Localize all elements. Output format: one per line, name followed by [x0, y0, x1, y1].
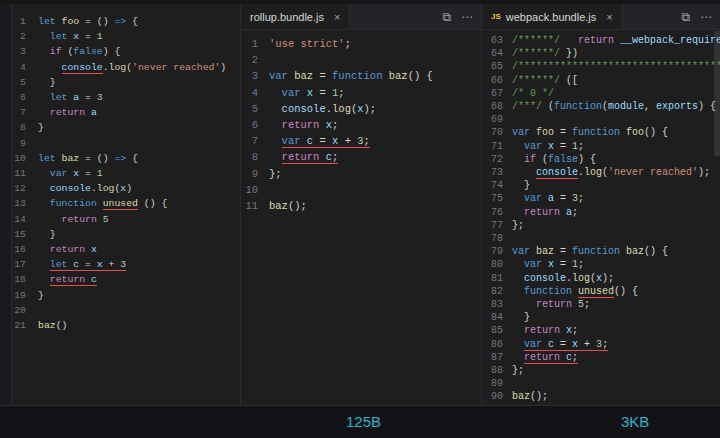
code-line[interactable]: 21baz(): [12, 318, 240, 333]
code-line[interactable]: 13 function unused () {: [12, 196, 240, 211]
code-line[interactable]: 67/* 0 */: [482, 87, 720, 100]
code-line[interactable]: 81 console.log(x);: [482, 272, 720, 285]
line-number: 66: [482, 74, 512, 87]
code-line[interactable]: 86 var c = x + 3;: [482, 338, 720, 351]
code-line[interactable]: 78: [482, 232, 720, 245]
code-line[interactable]: 83 return 5;: [482, 298, 720, 311]
line-number: 88: [482, 364, 512, 377]
line-number: 9: [12, 136, 38, 151]
line-number: 8: [12, 120, 38, 135]
code-line[interactable]: 20: [12, 303, 240, 318]
code-text: baz(): [38, 318, 67, 333]
more-actions-icon[interactable]: ⋯: [461, 10, 473, 24]
code-editor-source[interactable]: 1let foo = () => {2 let x = 13 if (false…: [12, 4, 240, 405]
code-line[interactable]: 87 return c;: [482, 351, 720, 364]
code-line[interactable]: 2: [241, 52, 481, 68]
code-line[interactable]: 71 var x = 1;: [482, 140, 720, 153]
code-line[interactable]: 7 return a: [12, 105, 240, 120]
code-line[interactable]: 10let baz = () => {: [12, 151, 240, 166]
code-line[interactable]: 7 var c = x + 3;: [241, 133, 481, 149]
code-line[interactable]: 9: [12, 136, 240, 151]
code-line[interactable]: 66/******/ ([: [482, 74, 720, 87]
code-editor-rollup[interactable]: 1'use strict';23var baz = function baz()…: [241, 30, 481, 405]
code-line[interactable]: 11baz();: [241, 198, 481, 214]
code-line[interactable]: 14 return 5: [12, 212, 240, 227]
code-line[interactable]: 19}: [12, 288, 240, 303]
line-number: 4: [241, 85, 269, 101]
more-actions-icon[interactable]: ⋯: [700, 10, 712, 24]
code-text: if (false) {: [38, 44, 120, 59]
code-line[interactable]: 90baz();: [482, 390, 720, 403]
close-icon[interactable]: ×: [606, 11, 612, 23]
code-line[interactable]: 8}: [12, 120, 240, 135]
code-line[interactable]: 2 let x = 1: [12, 29, 240, 44]
line-number: 71: [482, 140, 512, 153]
code-line[interactable]: 77};: [482, 219, 720, 232]
code-line[interactable]: 18 return c: [12, 272, 240, 287]
code-line[interactable]: 63/******/ return __webpack_require__(0)…: [482, 34, 720, 47]
tab-bar-webpack: JS webpack.bundle.js × ⧉ ⋯: [482, 4, 720, 30]
line-number: 82: [482, 285, 512, 298]
code-line[interactable]: 4 console.log('never reached'): [12, 60, 240, 75]
code-line[interactable]: 72 if (false) {: [482, 153, 720, 166]
code-editor-webpack[interactable]: 63/******/ return __webpack_require__(0)…: [482, 30, 720, 405]
code-line[interactable]: 73 console.log('never reached');: [482, 166, 720, 179]
split-editor-icon[interactable]: ⧉: [442, 10, 451, 24]
code-line[interactable]: 84 }: [482, 311, 720, 324]
line-number: 67: [482, 87, 512, 100]
code-line[interactable]: 16 return x: [12, 242, 240, 257]
code-line[interactable]: 8 return c;: [241, 149, 481, 165]
code-line[interactable]: 68/***/ (function(module, exports) {: [482, 100, 720, 113]
code-line[interactable]: 12 console.log(x): [12, 181, 240, 196]
code-line[interactable]: 3 if (false) {: [12, 44, 240, 59]
code-line[interactable]: 1'use strict';: [241, 36, 481, 52]
code-line[interactable]: 69: [482, 113, 720, 126]
line-number: 78: [482, 232, 512, 245]
code-line[interactable]: 64/******/ }): [482, 47, 720, 60]
code-text: console.log(x);: [512, 272, 614, 285]
vertical-scrollbar[interactable]: [714, 31, 720, 156]
code-line[interactable]: 89: [482, 377, 720, 390]
code-line[interactable]: 79var baz = function baz() {: [482, 245, 720, 258]
code-line[interactable]: 10: [241, 182, 481, 198]
code-text: }: [38, 75, 56, 90]
line-number: 2: [12, 29, 38, 44]
code-line[interactable]: 76 return a;: [482, 206, 720, 219]
code-text: var foo = function foo() {: [512, 126, 668, 139]
code-line[interactable]: 5 console.log(x);: [241, 101, 481, 117]
editor-group: 1let foo = () => {2 let x = 13 if (false…: [0, 4, 720, 405]
line-number: 13: [12, 196, 38, 211]
code-line[interactable]: 6 let a = 3: [12, 90, 240, 105]
tab-bar-rollup: rollup.bundle.js × ⧉ ⋯: [241, 4, 481, 30]
code-line[interactable]: 17 let c = x + 3: [12, 257, 240, 272]
code-line[interactable]: 82 function unused() {: [482, 285, 720, 298]
split-editor-icon[interactable]: ⧉: [681, 10, 690, 24]
line-number: 79: [482, 245, 512, 258]
code-line[interactable]: 80 var x = 1;: [482, 258, 720, 271]
code-line[interactable]: 74 }: [482, 179, 720, 192]
tab-rollup-bundle[interactable]: rollup.bundle.js ×: [241, 4, 350, 29]
code-line[interactable]: 70var foo = function foo() {: [482, 126, 720, 139]
tab-webpack-bundle[interactable]: JS webpack.bundle.js ×: [482, 4, 623, 29]
activity-bar[interactable]: [0, 4, 12, 405]
code-text: var x = 1;: [512, 140, 584, 153]
code-line[interactable]: 88};: [482, 364, 720, 377]
code-text: return c;: [269, 149, 338, 165]
code-text: console.log('never reached'): [38, 60, 226, 75]
code-line[interactable]: 11 var x = 1: [12, 166, 240, 181]
code-line[interactable]: 65/*************************************…: [482, 60, 720, 73]
code-line[interactable]: 75 var a = 3;: [482, 192, 720, 205]
code-line[interactable]: 4 var x = 1;: [241, 85, 481, 101]
close-icon[interactable]: ×: [334, 11, 340, 23]
code-line[interactable]: 5 }: [12, 75, 240, 90]
code-text: var x = 1;: [269, 85, 345, 101]
code-line[interactable]: 6 return x;: [241, 117, 481, 133]
line-number: 89: [482, 377, 512, 390]
line-number: 83: [482, 298, 512, 311]
line-number: 5: [12, 75, 38, 90]
code-line[interactable]: 15 }: [12, 227, 240, 242]
code-line[interactable]: 3var baz = function baz() {: [241, 68, 481, 84]
code-line[interactable]: 9};: [241, 166, 481, 182]
code-line[interactable]: 85 return x;: [482, 324, 720, 337]
code-line[interactable]: 1let foo = () => {: [12, 14, 240, 29]
